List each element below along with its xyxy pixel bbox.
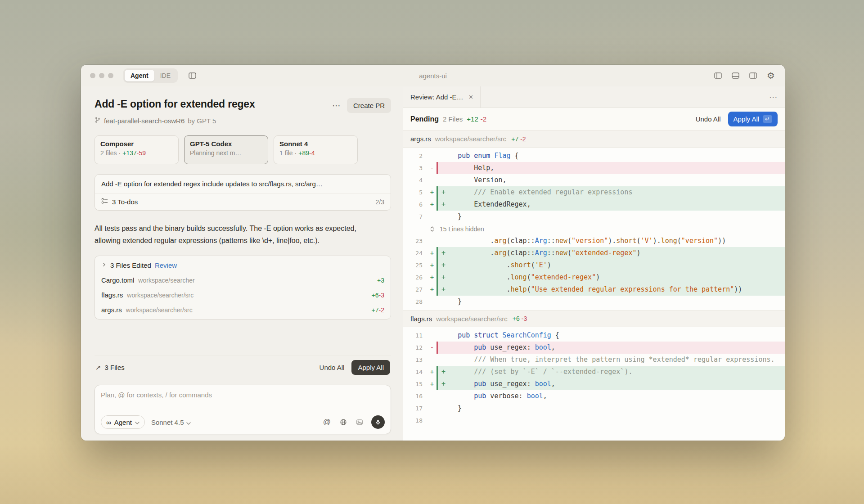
separator-dot: · xyxy=(119,149,121,157)
panel-right-icon[interactable] xyxy=(748,72,758,80)
tab-agent[interactable]: Agent xyxy=(125,70,154,81)
branch-row: feat-parallel-search-oswR6 by GPT 5 xyxy=(94,117,391,125)
file-name: flags.rs xyxy=(410,315,432,323)
file-name: Cargo.toml xyxy=(101,276,134,284)
model-name: Sonnet 4.5 xyxy=(151,418,184,426)
zoom-window-button[interactable] xyxy=(108,73,113,78)
deletions-count: -4 xyxy=(309,149,315,157)
diff-marker: - xyxy=(428,162,436,174)
microphone-button[interactable] xyxy=(371,415,385,429)
diff-marker xyxy=(428,174,436,186)
undo-all-button[interactable]: Undo All xyxy=(320,364,345,371)
line-number: 2 xyxy=(403,150,428,162)
additions-count: +3 xyxy=(377,277,384,284)
agent-meta: 2 files·+137-59 xyxy=(100,149,173,157)
sidebar-toggle-icon[interactable] xyxy=(188,72,197,80)
files-edited-header[interactable]: 3 Files Edited Review xyxy=(95,256,391,273)
tab-ide[interactable]: IDE xyxy=(154,70,176,81)
file-stats: +3 xyxy=(377,277,384,284)
diff-row: 5++ /// Enable extended regular expressi… xyxy=(403,186,785,198)
edited-file-row[interactable]: Cargo.toml workspace/searcher +3 xyxy=(95,273,391,288)
edited-file-row[interactable]: args.rs workspace/searcher/src +7-2 xyxy=(95,302,391,319)
code-line: + .long("extended-regex") xyxy=(436,271,785,284)
apply-all-button[interactable]: Apply All xyxy=(351,360,390,375)
diff-file-header[interactable]: args.rsworkspace/searcher/src+7-2 xyxy=(403,130,785,148)
hidden-lines-expander[interactable]: 15 Lines hidden xyxy=(403,223,785,235)
code-line: + /// (set by `-E` / `--extended-regex`)… xyxy=(436,366,785,378)
code-line: pub struct SearchConfig { xyxy=(436,329,785,342)
changed-files-count[interactable]: 3 Files xyxy=(105,364,125,371)
window-titlebar: Agent IDE agents-ui ⚙ xyxy=(81,65,785,86)
apply-all-label: Apply All xyxy=(734,115,760,123)
review-panel: Review: Add -E… × ⋯ Pending 2 Files +12-… xyxy=(403,86,785,441)
window-title: agents-ui xyxy=(419,72,447,80)
diff-marker: + xyxy=(428,284,436,296)
status-text: Planning next m… xyxy=(190,149,241,157)
titlebar-actions: ⚙ xyxy=(713,70,776,81)
minimize-window-button[interactable] xyxy=(99,73,104,78)
files-edited-label: 3 Files Edited xyxy=(110,261,151,269)
diff-row: 6++ ExtendedRegex, xyxy=(403,198,785,211)
line-number: 12 xyxy=(403,342,428,354)
todos-row[interactable]: 3 To-dos 2/3 xyxy=(95,193,391,210)
diff-row: 7 } xyxy=(403,211,785,223)
task-summary-card[interactable]: Add -E option for extended regex include… xyxy=(94,174,391,211)
code-line: } xyxy=(436,402,785,414)
settings-gear-icon[interactable]: ⚙ xyxy=(766,70,776,81)
diff-file-header[interactable]: flags.rsworkspace/searcher/src+6-3 xyxy=(403,310,785,327)
agent-card-sonnet4[interactable]: Sonnet 4 1 file·+89-4 xyxy=(274,135,358,164)
diff-marker xyxy=(428,211,436,223)
agent-card-composer[interactable]: Composer 2 files·+137-59 xyxy=(94,135,179,164)
diff-row: 28 } xyxy=(403,296,785,308)
mention-icon[interactable]: @ xyxy=(322,417,332,428)
agent-card-gpt5-codex[interactable]: GPT-5 Codex Planning next m… xyxy=(184,135,268,164)
arrow-up-right-icon: ↗ xyxy=(95,364,101,372)
diff-row: 25++ .short('E') xyxy=(403,259,785,271)
agent-name: Composer xyxy=(100,140,173,148)
line-number: 16 xyxy=(403,390,428,402)
diff-row: 3- Help, xyxy=(403,162,785,174)
diff-row: 15++ pub use_regex: bool, xyxy=(403,378,785,390)
diff-marker xyxy=(428,296,436,308)
apply-all-button[interactable]: Apply All ↵ xyxy=(728,112,778,126)
review-link[interactable]: Review xyxy=(155,261,177,269)
diff-row: 16 pub verbose: bool, xyxy=(403,390,785,402)
desktop-wallpaper: Agent IDE agents-ui ⚙ xyxy=(0,0,864,504)
tab-more-options-icon[interactable]: ⋯ xyxy=(769,92,785,102)
additions-count: +7 xyxy=(372,306,379,314)
todos-label: 3 To-dos xyxy=(112,198,138,206)
undo-all-button[interactable]: Undo All xyxy=(696,115,721,123)
create-pr-button[interactable]: Create PR xyxy=(347,98,391,113)
tab-review[interactable]: Review: Add -E… × xyxy=(403,86,481,108)
panel-left-icon[interactable] xyxy=(713,72,723,80)
composer-toolbar: ∞ Agent Sonnet 4.5 @ xyxy=(101,415,385,429)
edited-file-row[interactable]: flags.rs workspace/searcher/src +6-3 xyxy=(95,288,391,302)
diff-marker xyxy=(428,329,436,342)
code-line xyxy=(436,414,785,427)
diff-hunk: 2 pub enum Flag {3- Help,4 Version,5++ /… xyxy=(403,148,785,310)
chevron-down-icon xyxy=(186,418,191,426)
web-globe-icon[interactable] xyxy=(339,418,348,427)
branch-author: by GPT 5 xyxy=(188,117,216,125)
close-icon[interactable]: × xyxy=(469,93,473,101)
diff-marker: + xyxy=(428,186,436,198)
code-line: pub enum Flag { xyxy=(436,150,785,162)
close-window-button[interactable] xyxy=(90,73,95,78)
panel-bottom-icon[interactable] xyxy=(731,72,740,80)
more-options-icon[interactable]: ⋯ xyxy=(332,101,341,110)
window-controls xyxy=(90,73,113,78)
model-selector[interactable]: Sonnet 4.5 xyxy=(151,418,191,426)
diff-hunk: 11 pub struct SearchConfig {12- pub use_… xyxy=(403,327,785,429)
additions-count: +89 xyxy=(298,149,309,157)
composer-input[interactable] xyxy=(101,391,385,399)
line-number: 25 xyxy=(403,259,428,271)
file-path: workspace/searcher/src xyxy=(126,306,193,314)
diff-row: 12- pub use_regex: bool, xyxy=(403,342,785,354)
chevron-right-icon xyxy=(101,261,107,269)
todo-list-icon xyxy=(101,198,108,206)
image-attach-icon[interactable] xyxy=(355,418,364,427)
diff-row: 17 } xyxy=(403,402,785,414)
line-number: 28 xyxy=(403,296,428,308)
code-line: Version, xyxy=(436,174,785,186)
agent-mode-selector[interactable]: ∞ Agent xyxy=(101,415,145,429)
